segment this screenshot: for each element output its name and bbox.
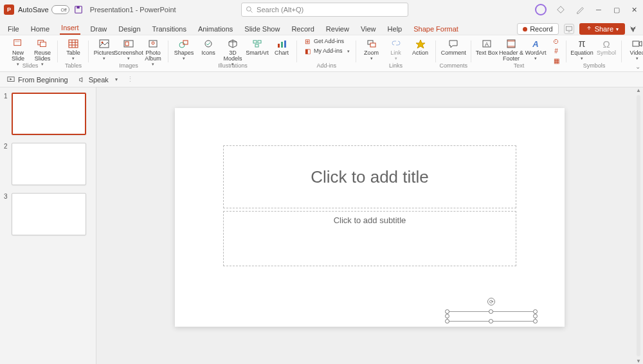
search-placeholder: Search (Alt+Q) xyxy=(257,6,303,14)
tab-review[interactable]: Review xyxy=(325,23,350,35)
pen-icon[interactable] xyxy=(575,5,585,15)
thumbnail-panel[interactable]: 1 2 3 xyxy=(0,87,96,364)
screenshot-button[interactable]: Screenshot▾ xyxy=(117,37,140,60)
tab-insert[interactable]: Insert xyxy=(60,22,80,35)
group-label-addins: Add-ins xyxy=(317,62,337,69)
table-button[interactable]: Table▾ xyxy=(62,37,85,60)
svg-rect-34 xyxy=(507,40,515,42)
quick-access-bar: From Beginning Speak ▾ ⋮ xyxy=(0,72,643,87)
present-button[interactable] xyxy=(564,24,574,34)
header-footer-button[interactable]: Header & Footer xyxy=(500,37,523,62)
my-addins-button[interactable]: ◧My Add-ins▾ xyxy=(301,46,352,55)
group-label-illustrations: Illustrations xyxy=(218,62,248,69)
icons-button[interactable]: Icons xyxy=(197,37,220,56)
svg-text:A: A xyxy=(532,39,538,49)
tab-design[interactable]: Design xyxy=(117,23,141,35)
subtitle-placeholder[interactable]: Click to add subtitle xyxy=(223,211,516,266)
tab-view[interactable]: View xyxy=(359,23,377,35)
shapes-button[interactable]: Shapes▾ xyxy=(172,37,195,60)
text-box-button[interactable]: AText Box xyxy=(475,37,498,56)
resize-handle-w[interactable] xyxy=(445,314,449,318)
close-button[interactable]: ✕ xyxy=(630,5,639,14)
resize-handle-n[interactable] xyxy=(489,309,493,314)
smartart-button[interactable]: SmartArt xyxy=(246,37,269,56)
tab-help[interactable]: Help xyxy=(386,23,404,35)
3d-models-icon xyxy=(226,38,239,50)
tab-transitions[interactable]: Transitions xyxy=(151,23,188,35)
save-icon[interactable] xyxy=(73,5,84,15)
action-button[interactable]: Action xyxy=(409,37,432,56)
search-input[interactable]: Search (Alt+Q) xyxy=(241,3,408,17)
svg-point-2 xyxy=(247,7,251,12)
link-button[interactable]: Link▾ xyxy=(385,37,408,60)
wordart-button[interactable]: AWordArt▾ xyxy=(524,37,547,60)
group-label-tables: Tables xyxy=(65,62,82,69)
tab-shape-format[interactable]: Shape Format xyxy=(412,23,460,35)
equation-button[interactable]: πEquation▾ xyxy=(570,37,593,60)
video-button[interactable]: Video▾ xyxy=(626,37,643,60)
tab-home[interactable]: Home xyxy=(30,23,51,35)
resize-handle-ne[interactable] xyxy=(533,309,538,314)
slide-canvas-area[interactable]: Click to add title Click to add subtitle… xyxy=(96,87,643,364)
rotation-handle[interactable]: ⟳ xyxy=(487,298,495,305)
photo-album-button[interactable]: Photo Album▾ xyxy=(141,37,165,66)
record-dot-icon xyxy=(523,27,527,32)
search-icon xyxy=(246,6,253,14)
svg-point-22 xyxy=(205,41,212,47)
photo-album-icon xyxy=(147,38,159,50)
minimize-button[interactable]: ─ xyxy=(594,5,603,14)
scroll-up-icon[interactable]: ▲ xyxy=(636,87,641,93)
share-button[interactable]: Share▾ xyxy=(579,23,625,35)
slide[interactable]: Click to add title Click to add subtitle… xyxy=(175,108,565,327)
speak-dropdown-icon[interactable]: ▾ xyxy=(115,77,118,82)
object-button[interactable]: ▦ xyxy=(550,56,563,65)
account-avatar[interactable] xyxy=(535,4,547,15)
get-addins-button[interactable]: ⊞Get Add-ins xyxy=(301,37,352,46)
collapse-ribbon-button[interactable]: ⌄ xyxy=(635,63,640,70)
date-time-button[interactable]: ⏲ xyxy=(550,37,563,46)
group-slides: New Slide▾ Reuse Slides▾ Slides xyxy=(3,37,58,71)
thumb-number: 2 xyxy=(4,143,9,185)
svg-rect-17 xyxy=(125,42,129,46)
selected-textbox[interactable]: ⟳ xyxy=(447,311,536,322)
svg-rect-30 xyxy=(370,43,376,47)
autosave-toggle[interactable]: AutoSave Off xyxy=(18,5,69,14)
diamond-icon[interactable] xyxy=(556,5,566,15)
speak-button[interactable]: Speak ▾ xyxy=(77,75,118,84)
resize-handle-s[interactable] xyxy=(489,319,493,323)
tab-file[interactable]: File xyxy=(6,23,21,35)
ribbon-options-button[interactable]: ⮟ xyxy=(630,26,637,33)
vertical-scrollbar[interactable]: ▲ ▼ xyxy=(635,87,642,364)
slide-thumbnail-3[interactable] xyxy=(12,193,86,235)
tab-record[interactable]: Record xyxy=(290,23,315,35)
maximize-button[interactable]: ▢ xyxy=(612,5,621,14)
svg-rect-23 xyxy=(253,41,257,43)
group-comments: Comment Comments xyxy=(436,37,472,71)
scroll-down-icon[interactable]: ▼ xyxy=(636,358,641,364)
comment-button[interactable]: Comment xyxy=(442,37,465,56)
autosave-switch[interactable]: Off xyxy=(51,5,69,14)
pictures-button[interactable]: Pictures▾ xyxy=(93,37,116,60)
shapes-icon xyxy=(177,38,190,50)
resize-handle-sw[interactable] xyxy=(445,319,449,323)
zoom-button[interactable]: Zoom▾ xyxy=(360,37,383,60)
tab-animations[interactable]: Animations xyxy=(197,23,234,35)
tab-slideshow[interactable]: Slide Show xyxy=(243,23,281,35)
slide-thumbnail-2[interactable] xyxy=(12,143,86,185)
symbol-button[interactable]: ΩSymbol xyxy=(595,37,618,56)
slide-number-button[interactable]: # xyxy=(550,46,563,55)
chart-button[interactable]: Chart xyxy=(270,37,293,56)
from-beginning-button[interactable]: From Beginning xyxy=(6,75,68,84)
record-button[interactable]: Record xyxy=(517,23,558,35)
comment-icon xyxy=(447,38,460,50)
svg-rect-4 xyxy=(566,26,572,30)
title-placeholder[interactable]: Click to add title xyxy=(223,145,516,208)
slide-thumbnail-1[interactable] xyxy=(12,93,86,135)
resize-handle-se[interactable] xyxy=(533,319,538,323)
svg-rect-5 xyxy=(14,40,21,46)
resize-handle-nw[interactable] xyxy=(445,309,449,314)
scroll-track[interactable] xyxy=(637,95,640,356)
tab-draw[interactable]: Draw xyxy=(89,23,109,35)
ribbon: New Slide▾ Reuse Slides▾ Slides Table▾ T… xyxy=(0,35,643,72)
resize-handle-e[interactable] xyxy=(533,314,538,318)
